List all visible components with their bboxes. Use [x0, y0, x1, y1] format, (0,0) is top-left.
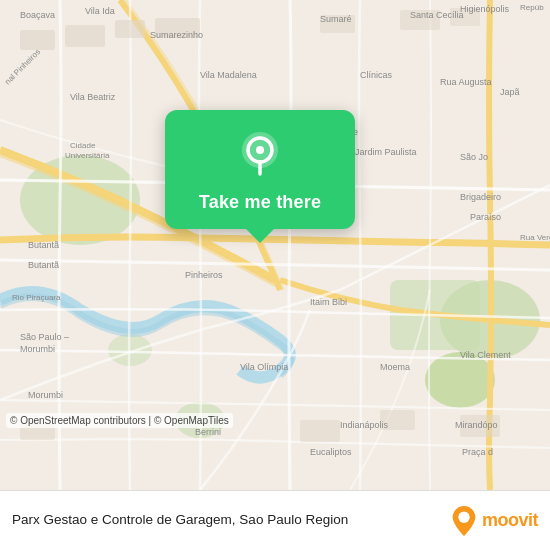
- bottom-bar: Parx Gestao e Controle de Garagem, Sao P…: [0, 490, 550, 550]
- svg-text:Itaim Bibi: Itaim Bibi: [310, 297, 347, 307]
- svg-text:Rua Augusta: Rua Augusta: [440, 77, 492, 87]
- map-attribution: © OpenStreetMap contributors | © OpenMap…: [6, 413, 233, 428]
- svg-text:Butantã: Butantã: [28, 240, 59, 250]
- svg-rect-9: [115, 20, 145, 38]
- svg-text:Vila Olímpia: Vila Olímpia: [240, 362, 288, 372]
- location-popup[interactable]: Take me there: [165, 110, 355, 229]
- svg-text:Berrini: Berrini: [195, 427, 221, 437]
- moovit-pin-icon: [450, 504, 478, 538]
- svg-text:Rio Piraçuara: Rio Piraçuara: [12, 293, 61, 302]
- svg-text:Butantã: Butantã: [28, 260, 59, 270]
- map-view[interactable]: Boaçava Vila Ida Sumarezinho Sumaré Sant…: [0, 0, 550, 490]
- svg-text:Rua Verguei: Rua Verguei: [520, 233, 550, 242]
- svg-text:Vila Ida: Vila Ida: [85, 6, 115, 16]
- svg-text:Brigadeiro: Brigadeiro: [460, 192, 501, 202]
- svg-text:Vila Beatriz: Vila Beatriz: [70, 92, 116, 102]
- take-me-there-label: Take me there: [199, 192, 321, 213]
- svg-text:Clínicas: Clínicas: [360, 70, 393, 80]
- svg-text:Boaçava: Boaçava: [20, 10, 55, 20]
- svg-text:Vila Madalena: Vila Madalena: [200, 70, 257, 80]
- svg-point-59: [458, 511, 469, 522]
- svg-rect-15: [300, 420, 340, 442]
- moovit-brand-text: moovit: [482, 510, 538, 531]
- svg-text:Praça d: Praça d: [462, 447, 493, 457]
- svg-text:Jardim Paulista: Jardim Paulista: [355, 147, 417, 157]
- svg-text:Indianápolis: Indianápolis: [340, 420, 389, 430]
- svg-point-58: [256, 146, 264, 154]
- svg-text:Vila Clement: Vila Clement: [460, 350, 511, 360]
- svg-text:Pinheiros: Pinheiros: [185, 270, 223, 280]
- svg-text:Morumbi: Morumbi: [20, 344, 55, 354]
- location-name: Parx Gestao e Controle de Garagem, Sao P…: [12, 511, 440, 529]
- svg-text:São Jo: São Jo: [460, 152, 488, 162]
- svg-text:Morumbi: Morumbi: [28, 390, 63, 400]
- svg-text:Moema: Moema: [380, 362, 410, 372]
- svg-text:Cidade: Cidade: [70, 141, 96, 150]
- svg-text:Paraíso: Paraíso: [470, 212, 501, 222]
- svg-text:Santa Cecília: Santa Cecília: [410, 10, 464, 20]
- svg-rect-7: [20, 30, 55, 50]
- svg-point-3: [425, 352, 495, 408]
- svg-text:Higienópolis: Higienópolis: [460, 4, 510, 14]
- svg-text:Sumarezinho: Sumarezinho: [150, 30, 203, 40]
- svg-rect-8: [65, 25, 105, 47]
- location-pin-icon: [234, 128, 286, 180]
- svg-text:Eucaliptos: Eucaliptos: [310, 447, 352, 457]
- svg-text:São Paulo –: São Paulo –: [20, 332, 69, 342]
- moovit-logo: moovit: [450, 504, 538, 538]
- svg-text:Repúb: Repúb: [520, 3, 544, 12]
- svg-text:Sumaré: Sumaré: [320, 14, 352, 24]
- svg-text:Universitária: Universitária: [65, 151, 110, 160]
- svg-text:Mirandópo: Mirandópo: [455, 420, 498, 430]
- svg-text:Japã: Japã: [500, 87, 520, 97]
